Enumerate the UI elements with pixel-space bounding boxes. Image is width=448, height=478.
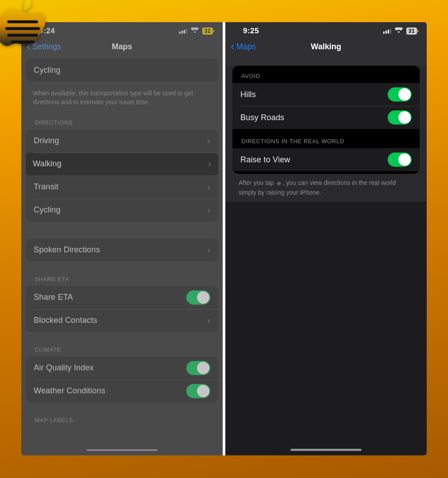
- back-button-settings[interactable]: ‹ Settings: [27, 42, 61, 51]
- toggle-avoid-busy-roads[interactable]: [388, 110, 412, 125]
- chevron-right-icon: ›: [207, 245, 210, 255]
- toggle-raise-to-view[interactable]: [388, 153, 412, 167]
- chevron-left-icon: ‹: [231, 42, 235, 51]
- raise-to-view-footnote: After you tap ⁜, you can view directions…: [230, 174, 422, 202]
- header-share-eta: SHARE ETA: [26, 267, 218, 286]
- row-avoid-hills[interactable]: Hills: [232, 83, 420, 106]
- chevron-right-icon: ›: [207, 136, 210, 146]
- toggle-avoid-hills[interactable]: [388, 87, 412, 102]
- chevron-right-icon: ›: [207, 205, 210, 215]
- battery-indicator: 32: [202, 27, 213, 35]
- toggle-air-quality[interactable]: [186, 361, 210, 375]
- status-time: 9:25: [235, 27, 259, 35]
- back-label: Settings: [32, 42, 61, 51]
- row-avoid-busy-roads[interactable]: Busy Roads: [232, 106, 420, 129]
- transport-footnote: When available, this transportation type…: [26, 87, 218, 110]
- chevron-right-icon: ›: [207, 182, 210, 192]
- header-real-world: DIRECTIONS IN THE REAL WORLD: [232, 129, 420, 148]
- phone-maps-settings: 9:24 32 ‹ Settings Maps Cycling When ava…: [21, 22, 223, 455]
- toggle-share-eta[interactable]: [186, 290, 210, 305]
- ar-icon: ⁜: [276, 179, 282, 188]
- directions-group: Driving › Walking › Transit › Cycling ›: [26, 129, 218, 222]
- row-air-quality[interactable]: Air Quality Index: [26, 357, 218, 380]
- home-indicator: [86, 449, 157, 451]
- walking-settings-card: AVOID Hills Busy Roads DIRECTIONS IN THE…: [232, 66, 420, 174]
- chevron-left-icon: ‹: [27, 42, 31, 51]
- row-spoken-directions[interactable]: Spoken Directions ›: [26, 239, 218, 262]
- real-world-group: Raise to View: [232, 148, 420, 171]
- toggle-weather[interactable]: [186, 384, 210, 398]
- preferred-transport-group: Cycling: [26, 59, 218, 82]
- home-indicator: [291, 449, 362, 451]
- status-bar: 9:24 32: [21, 22, 223, 35]
- wifi-icon: [191, 27, 199, 35]
- header-map-labels: MAP LABELS: [26, 408, 218, 427]
- row-share-eta[interactable]: Share ETA: [26, 286, 218, 309]
- chevron-right-icon: ›: [207, 315, 210, 325]
- row-walking[interactable]: Walking ›: [26, 153, 218, 176]
- avoid-group: Hills Busy Roads: [232, 83, 420, 129]
- back-label: Maps: [236, 42, 256, 51]
- row-blocked-contacts[interactable]: Blocked Contacts ›: [26, 309, 218, 332]
- climate-group: Air Quality Index Weather Conditions: [26, 357, 218, 403]
- row-weather[interactable]: Weather Conditions: [26, 380, 218, 403]
- row-raise-to-view[interactable]: Raise to View: [232, 148, 420, 171]
- status-time: 9:24: [31, 27, 55, 35]
- battery-indicator: 31: [406, 27, 417, 35]
- screenshot-pair: 9:24 32 ‹ Settings Maps Cycling When ava…: [21, 22, 427, 455]
- nav-header: ‹ Settings Maps: [21, 35, 223, 58]
- back-button-maps[interactable]: ‹ Maps: [231, 42, 256, 51]
- cellular-icon: [383, 28, 391, 34]
- chevron-right-icon: ›: [208, 159, 211, 169]
- header-climate: CLIMATE: [26, 337, 218, 357]
- nav-header: ‹ Maps Walking: [225, 35, 427, 58]
- row-driving[interactable]: Driving ›: [26, 129, 218, 153]
- share-eta-group: Share ETA Blocked Contacts ›: [26, 286, 218, 332]
- row-cycling-pref[interactable]: Cycling: [26, 59, 218, 82]
- cellular-icon: [179, 28, 187, 34]
- header-directions: DIRECTIONS: [26, 110, 218, 129]
- header-avoid: AVOID: [232, 66, 420, 83]
- spoken-group: Spoken Directions ›: [26, 239, 218, 262]
- status-bar: 9:25 31: [225, 22, 427, 35]
- row-transit[interactable]: Transit ›: [26, 176, 218, 199]
- wifi-icon: [395, 27, 403, 35]
- phone-walking-settings: 9:25 31 ‹ Maps Walking AVOID Hills: [225, 22, 427, 455]
- row-cycling[interactable]: Cycling ›: [26, 199, 218, 222]
